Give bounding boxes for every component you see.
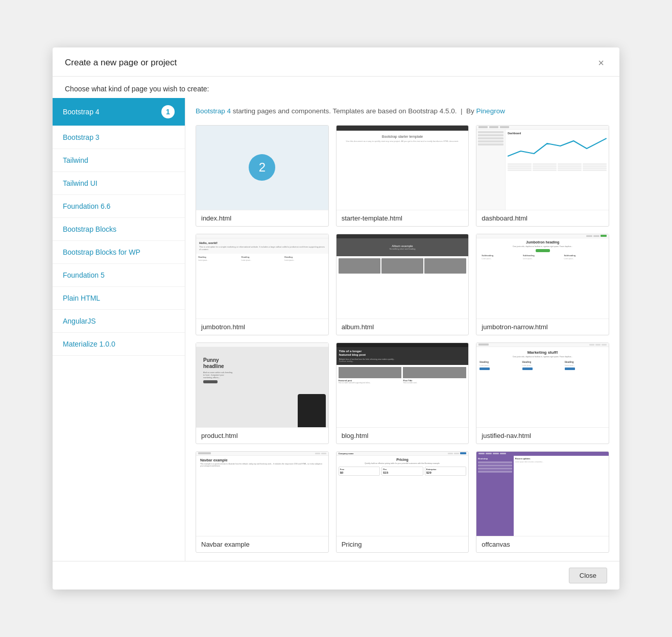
album-thumb — [339, 258, 380, 274]
product-hero-text: Punnyheadline And an even wittier sub-he… — [203, 357, 232, 383]
jumb-hero-heading: Hello, world! — [199, 241, 325, 244]
starter-heading: Bootstrap starter template — [382, 135, 423, 138]
template-preview-offcanvas: Bootstrap Recent updates Lorem ipsum dol… — [476, 452, 609, 536]
dashboard-mini-preview: Dashboard — [476, 126, 609, 210]
template-preview-justified-nav: Marketing stuff! Cras justo odio, dapibu… — [476, 343, 609, 427]
sidebar-item-foundation66[interactable]: Foundation 6.6 — [53, 195, 185, 218]
album-hero: Album example Something short and leadin… — [337, 238, 469, 256]
product-tablet-image — [298, 394, 326, 427]
template-label-navbar: Navbar example — [196, 536, 328, 552]
template-card-dashboard[interactable]: Dashboard — [476, 125, 609, 227]
offcanvas-main-heading: Recent updates — [515, 457, 607, 460]
jumbotron-mini-preview: Hello, world! This is a template for a s… — [196, 234, 328, 318]
product-hero: Punnyheadline And an even wittier sub-he… — [196, 347, 328, 427]
offcanvas-main-text: Lorem ipsum dolor sit amet, consectetur.… — [515, 461, 607, 463]
pricing-nav: Company name — [337, 452, 469, 456]
blog-post-thumbnail — [339, 367, 402, 378]
jnav-col: Heading Lorem ipsum... — [479, 361, 520, 370]
justified-nav-mini-preview: Marketing stuff! Cras justo odio, dapibu… — [476, 343, 609, 427]
table-row — [508, 163, 607, 165]
sidebar-item-tailwind[interactable]: Tailwind — [53, 149, 185, 172]
template-card-blog[interactable]: Title of a longerfeatured blog post Mult… — [336, 342, 469, 444]
template-label-starter: starter-template.html — [337, 210, 469, 226]
template-label-dashboard: dashboard.html — [476, 210, 609, 226]
template-card-index[interactable]: 2 index.html — [196, 125, 329, 227]
framework-link[interactable]: Bootstrap 4 — [196, 107, 231, 115]
sidebar-item-plainhtml[interactable]: Plain HTML — [53, 287, 185, 310]
dash-nav-item1 — [489, 126, 498, 128]
close-footer-button[interactable]: Close — [569, 568, 607, 583]
jnav-col: Heading Lorem ipsum... — [522, 361, 563, 370]
jumb-narrow-col: Subheading Lorem ipsum... — [523, 254, 563, 260]
starter-mini-preview: Bootstrap starter template Use this docu… — [337, 126, 469, 210]
nav-btn — [601, 235, 607, 237]
starter-nav — [337, 126, 469, 131]
starter-text: Use this document as a way to quickly st… — [346, 140, 459, 142]
jumb-col-heading: Heading — [198, 256, 240, 258]
sidebar-item-tailwindui[interactable]: Tailwind UI — [53, 172, 185, 195]
sidebar-item-bootstrap3[interactable]: Bootstrap 3 — [53, 126, 185, 149]
template-card-jumbotron-narrow[interactable]: Jumbotron heading Cras justo odio, dapib… — [476, 234, 609, 335]
navbar-hero-text: This example is a quick exercise to illu… — [200, 463, 324, 468]
product-hero-desc: And an even wittier sub-headingto boot. … — [203, 371, 232, 379]
jnav-hero: Marketing stuff! Cras justo odio, dapibu… — [476, 347, 609, 373]
template-preview-jumbotron: Hello, world! This is a template for a s… — [196, 234, 328, 318]
jumb-hero-text: This is a template for a simple marketin… — [199, 246, 325, 251]
template-card-jumbotron[interactable]: Hello, world! This is a template for a s… — [196, 234, 329, 335]
jumb-narrow-cols: Subheading Lorem ipsum... Subheading Lor… — [482, 254, 604, 260]
pricing-nav-brand: Company name — [339, 452, 354, 455]
pricing-hero-text: Quickly build an effective pricing table… — [365, 462, 440, 464]
jnav-link — [602, 344, 607, 346]
sidebar-item-label: Foundation 6.6 — [63, 202, 110, 210]
template-card-product[interactable]: Punnyheadline And an even wittier sub-he… — [196, 342, 329, 444]
template-card-justified-nav[interactable]: Marketing stuff! Cras justo odio, dapibu… — [476, 342, 609, 444]
product-nav — [196, 343, 328, 347]
jnav-hero-text: Cras justo odio, dapibus ac facilisis in… — [513, 356, 573, 358]
sidebar-item-foundation5[interactable]: Foundation 5 — [53, 264, 185, 287]
jumb-col-heading: Heading — [242, 256, 283, 258]
navbar-mini-preview: Navbar example This example is a quick e… — [196, 452, 328, 536]
blog-post-thumbnail — [403, 367, 466, 378]
template-card-album[interactable]: Album example Something short and leadin… — [336, 234, 469, 335]
template-card-pricing[interactable]: Company name Pricing Quickly build an ef… — [336, 451, 469, 553]
pricing-hero-heading: Pricing — [396, 458, 409, 461]
blog-hero-link: Continue reading... — [339, 360, 466, 362]
sidebar-item-bootstrap4[interactable]: Bootstrap 4 1 — [53, 98, 185, 126]
dash-main: Dashboard — [506, 130, 609, 210]
jumb-body: Heading Lorem ipsum... Heading Lorem ips… — [196, 254, 328, 263]
starter-body: Bootstrap starter template Use this docu… — [337, 131, 469, 210]
jumb-col-heading: Heading — [284, 256, 326, 258]
nav-item — [593, 235, 599, 237]
dash-sidebar-item — [478, 131, 503, 133]
offcanvas-nav-item — [478, 453, 485, 454]
album-grid — [337, 256, 469, 276]
template-card-navbar[interactable]: Navbar example This example is a quick e… — [196, 451, 329, 553]
dialog-close-button[interactable]: × — [595, 57, 607, 69]
jumb-col: Heading Lorem ipsum... — [198, 256, 240, 261]
template-card-offcanvas[interactable]: Bootstrap Recent updates Lorem ipsum dol… — [476, 451, 609, 553]
template-label-justified-nav: justified-nav.html — [476, 427, 609, 444]
table-row — [508, 169, 607, 171]
sidebar-item-materialize[interactable]: Materialize 1.0.0 — [53, 333, 185, 356]
offcanvas-body: Bootstrap Recent updates Lorem ipsum dol… — [476, 456, 609, 536]
sidebar-item-label: Tailwind UI — [63, 179, 98, 187]
sidebar-item-label: Materialize 1.0.0 — [63, 340, 115, 348]
blog-hero: Title of a longerfeatured blog post Mult… — [337, 347, 469, 365]
pricing-mini-preview: Company name Pricing Quickly build an ef… — [337, 452, 469, 536]
table-row — [508, 165, 607, 167]
sidebar-item-bootstrapblocks[interactable]: Bootstrap Blocks — [53, 218, 185, 241]
blog-post-text: This is a wider card... — [403, 382, 466, 384]
template-card-starter[interactable]: Bootstrap starter template Use this docu… — [336, 125, 469, 227]
author-link[interactable]: Pinegrow — [476, 107, 505, 115]
template-preview-dashboard: Dashboard — [476, 126, 609, 210]
sidebar-item-label: Foundation 5 — [63, 271, 105, 279]
sidebar-item-angularjs[interactable]: AngularJS — [53, 310, 185, 333]
template-label-product: product.html — [196, 427, 328, 444]
jumb-narrow-col: Subheading Lorem ipsum... — [564, 254, 604, 260]
jumb-col-text: Lorem ipsum... — [284, 259, 326, 261]
dash-sidebar-item — [478, 134, 503, 136]
template-preview-jumbotron-narrow: Jumbotron heading Cras justo odio, dapib… — [476, 234, 609, 318]
jnav-hero-heading: Marketing stuff! — [527, 350, 558, 355]
pricing-hero: Pricing Quickly build an effective prici… — [337, 456, 469, 478]
sidebar-item-bootstrapblockswp[interactable]: Bootstrap Blocks for WP — [53, 241, 185, 264]
